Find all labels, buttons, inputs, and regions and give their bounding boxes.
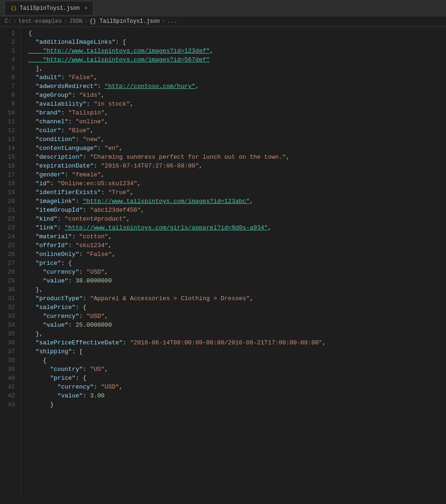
line-number-24: 24 [0,232,15,241]
json-key: "value" [28,392,83,399]
json-punctuation: : { [75,375,86,382]
json-punctuation: : [83,207,90,214]
json-punctuation: : [83,154,90,161]
json-string: "USD" [101,383,119,390]
line-number-29: 29 [0,276,15,285]
code-line: "brand": "Tailspin", [28,108,446,117]
line-number-35: 35 [0,329,15,338]
line-number-32: 32 [0,303,15,312]
json-key: "imageLink" [28,198,75,205]
json-key: "contentLanguage" [28,145,97,152]
json-key: "color" [28,127,61,134]
code-line: "productType": "Apparel & Accessories > … [28,294,446,303]
json-punctuation: , [112,251,115,258]
line-number-37: 37 [0,347,15,356]
json-punctuation: : [72,92,80,99]
code-line: "availability": "in stock", [28,100,446,108]
json-punctuation: , [105,313,108,320]
code-line: "onlineOnly": "False", [28,250,446,259]
json-key: "value" [28,277,68,284]
code-line: { [28,29,446,38]
line-number-26: 26 [0,250,15,259]
json-punctuation: : { [61,260,72,267]
code-line: "condition": "new", [28,135,446,144]
line-number-27: 27 [0,259,15,268]
code-line: "additionalImageLinks": [ [28,38,446,47]
json-key: "offerId" [28,242,68,249]
code-line: "currency": "USD", [28,383,446,391]
breadcrumb-folder2: JSON [69,18,82,25]
file-tab[interactable]: {} TailSpinToys1.json × [5,1,93,15]
code-line: "salePrice": { [28,303,446,312]
code-line: } [28,400,446,409]
json-punctuation: : [93,383,101,390]
json-key: "country" [28,366,83,373]
json-key: "shipping" [28,348,72,355]
code-line: "value": 38.0000000 [28,276,446,285]
json-key: "ageGroup" [28,92,72,99]
json-string: "USD" [87,269,105,276]
code-content[interactable]: { "additionalImageLinks": [ "http://www.… [21,27,446,498]
breadcrumb: C: › test-examples › JSON › {} TailSpinT… [0,16,446,27]
json-string: "Charming sundress perfect for lunch out… [90,154,286,161]
json-punctuation: , [126,215,130,222]
code-line: "expirationDate": "2016-07-14T07:27:06-0… [28,161,446,170]
code-line: "price": { [28,259,446,268]
code-line: ], [28,64,446,73]
json-punctuation: , [108,242,112,249]
json-url: "http://www.tailspintoys.com/girls/appar… [65,224,268,231]
json-punctuation: }, [28,286,43,293]
json-punctuation: : [75,136,83,143]
json-url: "http://contoso.com/hury" [105,83,195,90]
title-bar: {} TailSpinToys1.json × [0,0,446,16]
json-key: "price" [28,375,75,382]
line-number-11: 11 [0,117,15,126]
json-key: "salePriceEffectiveDate" [28,339,123,346]
code-line: "contentLanguage": "en", [28,144,446,153]
json-string: "cotton" [79,233,108,240]
code-line: "adwordsRedirect": "http://contoso.com/h… [28,82,446,91]
json-string: "female" [72,171,101,178]
line-number-25: 25 [0,241,15,250]
json-number: 38.0000000 [75,277,112,284]
json-string: "Tailspin" [68,109,105,116]
code-line: "identifierExists": "True", [28,188,446,197]
json-string: "USD" [87,313,105,320]
line-number-41: 41 [0,383,15,391]
line-number-15: 15 [0,153,15,161]
json-punctuation: : [57,215,65,222]
line-number-17: 17 [0,170,15,179]
line-number-10: 10 [0,108,15,117]
line-number-12: 12 [0,126,15,135]
json-url: "http://www.tailspintoys.com/images?id=1… [83,198,250,205]
json-string: "US" [90,366,105,373]
json-punctuation: , [108,233,112,240]
json-punctuation: , [101,171,105,178]
json-punctuation: : [50,180,58,187]
code-line: "shipping": [ [28,347,446,356]
json-file-icon: {} [11,6,17,11]
json-punctuation: , [105,269,108,276]
json-punctuation: , [210,47,213,54]
json-number: 25.0000000 [75,322,112,329]
json-punctuation: , [195,83,199,90]
json-punctuation: : [83,392,90,399]
line-numbers: 1234567891011121314151617181920212223242… [0,27,21,498]
json-punctuation: : [83,295,90,302]
json-key: "adwordsRedirect" [28,83,97,90]
json-url: "http://www.tailspintoys.com/images?id=5… [28,56,210,63]
json-punctuation: }, [28,330,43,337]
json-punctuation: : [57,224,65,231]
json-string: "kids" [79,92,101,99]
code-line: "offerId": "sku1234", [28,241,446,250]
code-line: "country": "US", [28,365,446,374]
line-number-38: 38 [0,356,15,365]
code-line: "ageGroup": "kids", [28,91,446,100]
json-punctuation: : [79,251,87,258]
code-line: "link": "http://www.tailspintoys.com/gir… [28,223,446,232]
json-punctuation: : [ [115,39,126,46]
tab-close-button[interactable]: × [85,6,88,11]
code-line: "currency": "USD", [28,268,446,276]
breadcrumb-folder1: test-examples [19,18,62,25]
code-line: "material": "cotton", [28,232,446,241]
